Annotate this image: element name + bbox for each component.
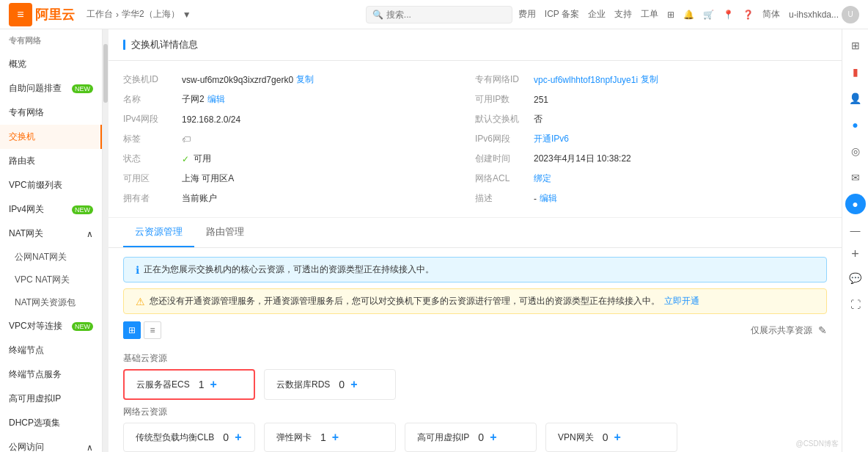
- havip-add-icon[interactable]: +: [490, 431, 496, 444]
- right-panel-btn-minus[interactable]: —: [845, 220, 866, 241]
- logo-area: ≡ 阿里云: [9, 3, 75, 26]
- value-owner: 当前账户: [182, 192, 217, 205]
- edit-desc-link[interactable]: 编辑: [540, 192, 557, 205]
- nav-icon-location[interactable]: 📍: [723, 10, 734, 20]
- havip-label: 高可用虚拟IP: [417, 431, 469, 444]
- nav-lang[interactable]: 简体: [762, 8, 780, 21]
- open-ipv6-link[interactable]: 开通IPv6: [534, 133, 569, 145]
- value-zone: 上海 可用区A: [182, 172, 234, 185]
- label-tag: 标签: [123, 133, 182, 145]
- copy-vpc-id-link[interactable]: 复制: [641, 73, 658, 86]
- detail-row-tag: 标签 🏷: [123, 129, 475, 149]
- detail-row-ipv6: IPv6网段 开通IPv6: [475, 129, 827, 149]
- sidebar-item-troubleshoot[interactable]: 自助问题排查 NEW: [0, 76, 102, 101]
- label-ipv6: IPv6网段: [475, 133, 534, 145]
- rds-add-icon[interactable]: +: [350, 378, 357, 391]
- hamburger-menu[interactable]: ≡: [9, 3, 32, 26]
- eni-label: 弹性网卡: [276, 431, 312, 444]
- sidebar-item-overview[interactable]: 概览: [0, 52, 102, 76]
- grid-view-icon[interactable]: ⊞: [123, 321, 141, 339]
- vpn-label: VPN网关: [558, 431, 594, 444]
- label-create-time: 创建时间: [475, 153, 534, 165]
- right-panel-plus-icon[interactable]: +: [851, 247, 859, 262]
- network-resource-cards: 传统型负载均衡CLB 0 + 弹性网卡 1 +: [123, 423, 827, 452]
- right-panel-btn-7[interactable]: ●: [845, 194, 866, 214]
- user-area[interactable]: u-ihsxhkda... U: [789, 6, 859, 23]
- nav-icon-grid[interactable]: ⊞: [667, 10, 674, 20]
- right-panel-btn-4[interactable]: ●: [845, 114, 866, 135]
- right-panel-btn-resize[interactable]: ⛶: [845, 294, 866, 315]
- sidebar-item-endpoint[interactable]: 终端节点: [0, 338, 102, 362]
- clb-label: 传统型负载均衡CLB: [136, 431, 214, 444]
- vpc-id-link[interactable]: vpc-uf6wlhhtof18npfJuye1i: [534, 75, 638, 85]
- rds-label: 云数据库RDS: [276, 379, 330, 391]
- sidebar-item-route-table[interactable]: 路由表: [0, 149, 102, 173]
- nav-icon-bell[interactable]: 🔔: [683, 10, 694, 20]
- sidebar-item-vpc-nat[interactable]: VPC NAT网关: [0, 269, 102, 291]
- warning-icon: ⚠: [136, 296, 145, 307]
- detail-row-status: 状态 ✓ 可用: [123, 149, 475, 169]
- clb-count: 0 +: [223, 431, 241, 444]
- breadcrumb-region[interactable]: 学华2（上海）: [122, 8, 180, 21]
- right-panel-btn-5[interactable]: ◎: [845, 141, 866, 161]
- label-default-switch: 默认交换机: [475, 113, 534, 125]
- nav-enterprise[interactable]: 企业: [588, 8, 606, 21]
- sidebar-section-title: 专有网络: [0, 29, 102, 52]
- detail-panel: 交换机详情信息 交换机ID vsw-uf6mz0k9q3ixzrd7gerk0 …: [108, 29, 842, 452]
- right-panel-btn-chat[interactable]: 💬: [845, 268, 866, 288]
- ecs-label: 云服务器ECS: [136, 379, 190, 391]
- eni-count: 1 +: [320, 431, 339, 444]
- sidebar-item-nat-package[interactable]: NAT网关资源包: [0, 291, 102, 314]
- nav-fees[interactable]: 费用: [518, 8, 536, 21]
- sidebar: 专有网络 概览 自助问题排查 NEW 专有网络 交换机 路由表 VPC前缀列表 …: [0, 29, 103, 452]
- hamburger-icon: ≡: [17, 8, 23, 21]
- sidebar-item-ipv4-gateway[interactable]: IPv4网关 NEW: [0, 197, 102, 222]
- label-available-ip: 可用IP数: [475, 93, 534, 106]
- right-panel-btn-1[interactable]: ⊞: [845, 35, 866, 56]
- breadcrumb-dropdown[interactable]: ▼: [183, 10, 191, 20]
- sidebar-item-switch[interactable]: 交换机: [0, 125, 102, 149]
- nav-support[interactable]: 支持: [614, 8, 632, 21]
- clb-add-icon[interactable]: +: [235, 431, 241, 444]
- nav-icp[interactable]: ICP 备案: [545, 8, 579, 21]
- scroll-thumb[interactable]: [103, 44, 108, 103]
- right-panel-btn-2[interactable]: ▮: [845, 62, 866, 82]
- sidebar-item-vpc[interactable]: 专有网络: [0, 101, 102, 125]
- copy-switch-id-link[interactable]: 复制: [296, 73, 314, 86]
- sidebar-item-endpoint-service[interactable]: 终端节点服务: [0, 362, 102, 387]
- sidebar-item-vpc-peer[interactable]: VPC对等连接 NEW: [0, 314, 102, 338]
- value-acl: 绑定: [534, 172, 551, 185]
- chevron-up-icon-2: ∧: [87, 442, 93, 453]
- avatar: U: [842, 6, 859, 23]
- edit-name-link[interactable]: 编辑: [207, 93, 225, 106]
- sidebar-item-prefix[interactable]: VPC前缀列表: [0, 173, 102, 197]
- tabs: 云资源管理 路由管理: [108, 218, 842, 248]
- nav-ticket[interactable]: 工单: [641, 8, 658, 21]
- breadcrumb-workbench[interactable]: 工作台: [87, 8, 113, 21]
- value-tag: 🏷: [182, 134, 191, 145]
- nav-icon-cart[interactable]: 🛒: [703, 10, 714, 20]
- sidebar-item-dhcp[interactable]: DHCP选项集: [0, 411, 102, 435]
- value-name: 子网2 编辑: [182, 93, 225, 106]
- tab-route-mgmt[interactable]: 路由管理: [194, 218, 256, 247]
- nav-icon-help[interactable]: ❓: [743, 10, 754, 20]
- right-panel-btn-6[interactable]: ✉: [845, 167, 866, 188]
- vpn-add-icon[interactable]: +: [614, 431, 620, 444]
- sidebar-public-access-group[interactable]: 公网访问 ∧: [0, 435, 102, 452]
- ecs-add-icon[interactable]: +: [210, 378, 216, 391]
- eni-add-icon[interactable]: +: [332, 431, 339, 444]
- search-input[interactable]: [386, 10, 506, 20]
- tab-cloud-resource[interactable]: 云资源管理: [123, 218, 194, 247]
- sidebar-item-public-nat[interactable]: 公网NAT网关: [0, 246, 102, 269]
- sidebar-nat-group[interactable]: NAT网关 ∧: [0, 222, 102, 246]
- acl-bind-link[interactable]: 绑定: [534, 172, 551, 185]
- label-acl: 网络ACL: [475, 172, 534, 185]
- settings-icon[interactable]: ✎: [818, 324, 827, 336]
- list-view-icon[interactable]: ≡: [144, 321, 161, 339]
- sidebar-item-havip[interactable]: 高可用虚拟IP: [0, 387, 102, 411]
- open-resource-mgmt-link[interactable]: 立即开通: [664, 295, 699, 307]
- scroll-track[interactable]: [103, 29, 108, 452]
- detail-header: 交换机详情信息: [108, 29, 842, 61]
- right-panel-btn-3[interactable]: 👤: [845, 88, 866, 109]
- basic-resource-cards: 云服务器ECS 1 + 云数据库RDS 0 +: [123, 369, 827, 400]
